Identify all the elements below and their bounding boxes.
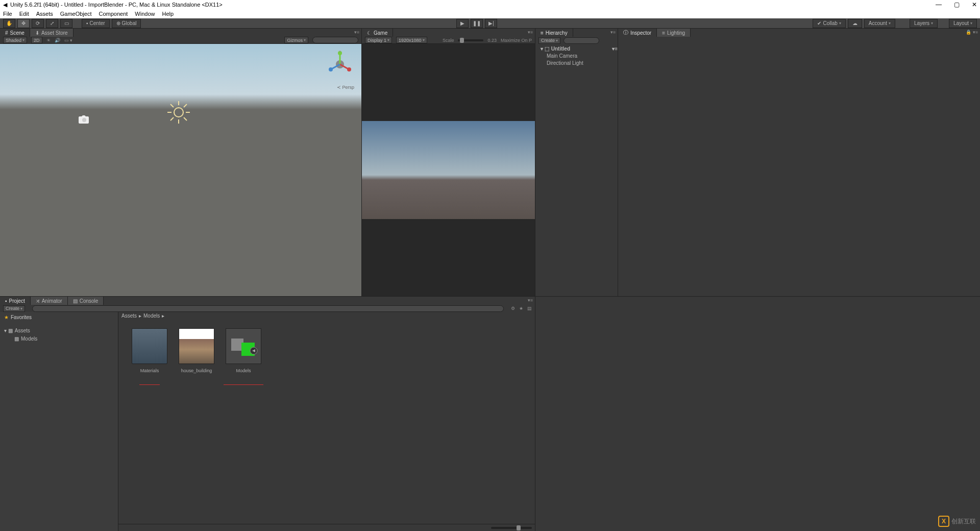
annotation-underline	[224, 384, 263, 385]
tab-project[interactable]: ▪ Project	[0, 297, 31, 305]
tab-asset-store[interactable]: ⬇ Asset Store	[30, 29, 74, 37]
menu-edit[interactable]: Edit	[19, 11, 29, 17]
favorite-filter-icon[interactable]: ★	[519, 306, 523, 311]
asset-house-building[interactable]: house_building	[179, 328, 214, 373]
account-dropdown[interactable]: Account	[864, 19, 895, 28]
svg-point-17	[82, 118, 86, 122]
unity-logo-icon: ◀	[3, 2, 7, 8]
folder-icon	[132, 328, 167, 364]
pivot-toggle[interactable]: ▪ Center	[82, 19, 110, 28]
breadcrumb-assets[interactable]: Assets	[121, 313, 137, 319]
tree-models[interactable]: ▩ Models	[0, 334, 118, 343]
tab-hierarchy[interactable]: ≡ Hierarchy	[535, 29, 573, 37]
svg-point-8	[174, 108, 183, 117]
svg-point-4	[347, 67, 351, 71]
audio-toggle-icon[interactable]: 🔊	[55, 38, 60, 43]
inspector-body	[618, 37, 980, 296]
tab-inspector[interactable]: ⓘ Inspector	[618, 29, 657, 37]
scene-viewport[interactable]: y ≺ Persp	[0, 44, 361, 296]
panel-menu-icon[interactable]: ▾≡	[608, 29, 618, 37]
hierarchy-create-dropdown[interactable]: Create	[538, 37, 560, 44]
scale-slider[interactable]	[458, 39, 483, 41]
space-toggle[interactable]: ⊕ Global	[112, 19, 141, 28]
play-button[interactable]: ▶	[456, 19, 469, 28]
project-tree: ★Favorites ▾ ▩ Assets ▩ Models	[0, 312, 118, 531]
collab-dropdown[interactable]: ✔ Collab	[813, 19, 845, 28]
tab-console[interactable]: ▤ Console	[68, 297, 104, 305]
game-viewport	[362, 44, 535, 296]
layout-dropdown[interactable]: Layout	[949, 19, 977, 28]
menu-bar: File Edit Assets GameObject Component Wi…	[0, 9, 980, 18]
2d-toggle[interactable]: 2D	[31, 37, 42, 43]
menu-gameobject[interactable]: GameObject	[60, 11, 92, 17]
pause-button[interactable]: ❚❚	[471, 19, 483, 28]
hand-tool-button[interactable]: ✋	[3, 19, 15, 28]
close-button[interactable]: ✕	[972, 1, 977, 8]
svg-line-14	[184, 117, 187, 120]
scale-tool-button[interactable]: ⤢	[46, 19, 58, 28]
maximize-button[interactable]: ▢	[954, 1, 960, 8]
star-icon: ★	[4, 315, 9, 320]
hierarchy-main-camera[interactable]: Main Camera	[535, 52, 618, 59]
scale-value: 0.23	[487, 38, 497, 43]
menu-window[interactable]: Window	[135, 11, 155, 17]
filter-icon[interactable]: ⚙	[511, 306, 515, 311]
hierarchy-directional-light[interactable]: Directional Light	[535, 59, 618, 66]
tab-scene[interactable]: # Scene	[0, 29, 30, 37]
gizmos-dropdown[interactable]: Gizmos	[284, 37, 308, 43]
panel-menu-icon[interactable]: ▾≡	[526, 297, 535, 305]
display-dropdown[interactable]: Display 1	[365, 37, 392, 43]
panel-menu-icon[interactable]: ▾≡	[526, 29, 535, 37]
model-thumbnail	[226, 328, 261, 364]
panel-lock-icon[interactable]: 🔒 ▾≡	[964, 29, 980, 37]
save-search-icon[interactable]: ▤	[527, 306, 532, 311]
tab-animator[interactable]: ⤨ Animator	[31, 297, 68, 305]
game-preview-render	[362, 121, 535, 219]
move-tool-button[interactable]: ✥	[17, 19, 30, 28]
orientation-gizmo[interactable]: y	[326, 50, 354, 79]
window-title: Unity 5.6.2f1 (64bit) - Untitled - Impor…	[10, 2, 223, 8]
panel-menu-icon[interactable]: ▾≡	[352, 29, 361, 37]
thumbnail-size-slider[interactable]	[491, 527, 532, 529]
fx-toggle-icon[interactable]: ▭ ▾	[64, 38, 73, 43]
menu-help[interactable]: Help	[162, 11, 174, 17]
menu-assets[interactable]: Assets	[36, 11, 53, 17]
tab-game[interactable]: ☾ Game	[362, 29, 393, 37]
asset-models[interactable]: Models	[226, 328, 261, 385]
tab-lighting[interactable]: ≡ Lighting	[657, 29, 691, 37]
svg-text:y: y	[339, 50, 341, 53]
shading-dropdown[interactable]: Shaded	[3, 37, 27, 43]
rect-tool-button[interactable]: ▭	[60, 19, 72, 28]
minimize-button[interactable]: —	[936, 1, 942, 8]
project-create-dropdown[interactable]: Create	[3, 305, 25, 312]
scene-search-input[interactable]	[312, 37, 358, 43]
menu-file[interactable]: File	[3, 11, 12, 17]
directional-light-gizmo[interactable]	[166, 100, 191, 125]
hierarchy-search-input[interactable]	[564, 37, 599, 44]
project-search-input[interactable]	[32, 305, 504, 312]
svg-point-6	[329, 67, 333, 71]
texture-thumbnail	[179, 328, 214, 364]
window-titlebar: ◀ Unity 5.6.2f1 (64bit) - Untitled - Imp…	[0, 0, 980, 9]
menu-component[interactable]: Component	[99, 11, 128, 17]
watermark: X 创新互联	[938, 516, 976, 527]
camera-gizmo[interactable]	[78, 115, 89, 126]
resolution-dropdown[interactable]: 1920x1080	[396, 37, 427, 43]
watermark-logo-icon: X	[938, 516, 949, 527]
lighting-toggle-icon[interactable]: ☀	[46, 38, 51, 43]
rotate-tool-button[interactable]: ⟳	[32, 19, 44, 28]
tree-assets[interactable]: ▾ ▩ Assets	[0, 326, 118, 334]
hierarchy-scene[interactable]: ▾ ⬚ Untitled▾≡	[535, 45, 618, 52]
asset-materials-folder[interactable]: Materials	[132, 328, 167, 385]
breadcrumb-models[interactable]: Models	[143, 313, 160, 319]
tree-favorites[interactable]: ★Favorites	[0, 313, 118, 321]
maximize-toggle[interactable]: Maximize On P	[501, 38, 532, 43]
project-breadcrumb: Assets ▸ Models ▸	[118, 312, 535, 319]
layers-dropdown[interactable]: Layers	[910, 19, 938, 28]
projection-label[interactable]: ≺ Persp	[337, 85, 354, 90]
cloud-button[interactable]: ☁	[848, 19, 862, 28]
scale-label: Scale	[443, 38, 454, 43]
svg-line-15	[184, 104, 187, 107]
svg-line-16	[170, 117, 174, 120]
step-button[interactable]: ▶|	[485, 19, 497, 28]
